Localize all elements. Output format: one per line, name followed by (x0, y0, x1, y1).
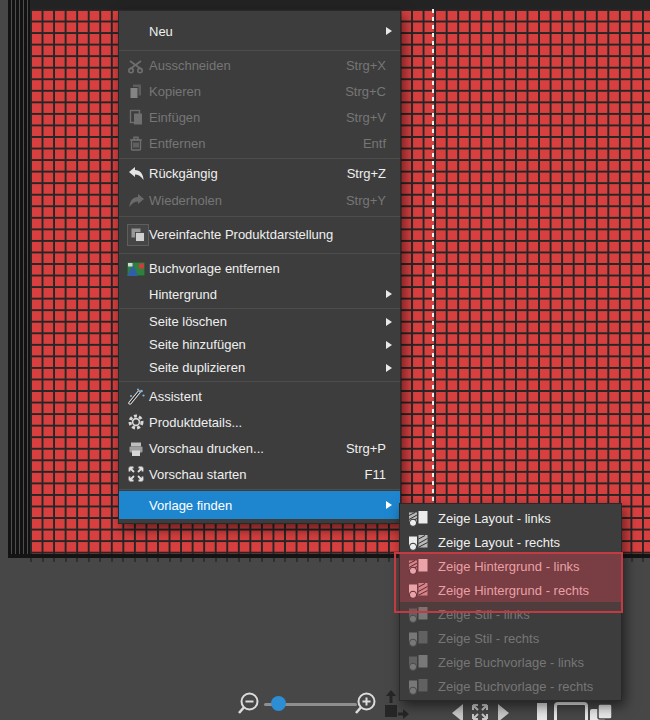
fullscreen-small-icon[interactable] (471, 703, 489, 720)
submenu-item-zeige-buchvorlage-links[interactable]: Zeige Buchvorlage - links (400, 650, 621, 674)
menu-separator (119, 253, 400, 254)
gear-icon (127, 413, 149, 431)
menu-item-einfuegen[interactable]: Einfügen Strg+V (119, 104, 400, 130)
pages-lens-right-gray-icon (408, 678, 438, 695)
menu-item-vorlage-finden[interactable]: Vorlage finden (119, 491, 400, 519)
next-page-icon[interactable] (498, 704, 509, 720)
menu-item-buchvorlage-entfernen[interactable]: Buchvorlage entfernen (119, 255, 400, 282)
menu-separator (119, 308, 400, 309)
menu-item-hintergrund[interactable]: Hintergrund (119, 282, 400, 306)
page-top-edge (8, 0, 650, 9)
menu-item-kopieren[interactable]: Kopieren Strg+C (119, 78, 400, 104)
undo-icon (127, 166, 149, 182)
spread-outline-icon[interactable] (554, 702, 588, 720)
menu-separator (119, 50, 400, 51)
copy-icon (127, 83, 149, 100)
submenu-item-zeige-hintergrund-rechts[interactable]: Zeige Hintergrund - rechts (400, 578, 621, 602)
menu-item-vorschau-starten[interactable]: Vorschau starten F11 (119, 461, 400, 487)
submenu-item-zeige-layout-links[interactable]: Zeige Layout - links (400, 506, 621, 530)
menu-item-neu[interactable]: Neu (119, 14, 400, 48)
pages-lens-right-pink-icon (408, 582, 438, 599)
menu-separator (119, 381, 400, 382)
pages-lens-right-gray-icon (408, 630, 438, 647)
context-menu: Neu Ausschneiden Strg+X Kopieren S (118, 10, 401, 524)
redo-icon (127, 193, 149, 209)
menu-item-vorschau-drucken[interactable]: Vorschau drucken... Strg+P (119, 435, 400, 461)
submenu-arrow-icon (386, 290, 392, 298)
pages-lens-left-gray-icon (408, 654, 438, 671)
submenu-arrow-icon (386, 364, 392, 372)
menu-item-vereinfachte-produktdarstellung[interactable]: Vereinfachte Produktdarstellung (119, 218, 400, 251)
center-fold-dashed-line (432, 9, 434, 554)
submenu-item-zeige-stil-rechts[interactable]: Zeige Stil - rechts (400, 626, 621, 650)
zoom-slider-knob[interactable] (271, 696, 286, 711)
submenu-item-zeige-hintergrund-links[interactable]: Zeige Hintergrund - links (400, 554, 621, 578)
menu-item-seite-loeschen[interactable]: Seite löschen (119, 310, 400, 333)
pages-lens-left-icon (408, 510, 438, 527)
paste-icon (127, 109, 149, 126)
menu-item-wiederholen[interactable]: Wiederholen Strg+Y (119, 187, 400, 214)
menu-item-entfernen[interactable]: Entfernen Entf (119, 130, 400, 156)
menu-item-seite-duplizieren[interactable]: Seite duplizieren (119, 356, 400, 379)
submenu-arrow-icon (386, 318, 392, 326)
pages-lens-right-icon (408, 534, 438, 551)
magic-wand-icon (127, 388, 149, 405)
zoom-in-icon[interactable] (354, 691, 379, 718)
page-stack-edge (8, 0, 30, 554)
simplified-product-view-icon (127, 224, 149, 246)
menu-separator (119, 216, 400, 217)
submenu-arrow-icon (386, 501, 392, 509)
pages-lens-left-pink-icon (408, 558, 438, 575)
app-canvas: Neu Ausschneiden Strg+X Kopieren S (0, 0, 650, 720)
submenu-item-zeige-buchvorlage-rechts[interactable]: Zeige Buchvorlage - rechts (400, 674, 621, 698)
menu-item-assistent[interactable]: Assistent (119, 383, 400, 409)
prev-page-icon[interactable] (452, 704, 463, 720)
zoom-out-icon[interactable] (237, 691, 262, 718)
menu-item-ausschneiden[interactable]: Ausschneiden Strg+X (119, 52, 400, 78)
vorlage-finden-submenu: Zeige Layout - links Zeige Layout - rech… (399, 503, 622, 701)
menu-item-seite-hinzufuegen[interactable]: Seite hinzufügen (119, 333, 400, 356)
submenu-arrow-icon (386, 341, 392, 349)
book-template-image-icon (127, 262, 149, 276)
printer-icon (127, 440, 149, 457)
trash-icon (127, 135, 149, 152)
scissors-icon (127, 57, 149, 74)
pages-lens-left-gray-icon (408, 606, 438, 623)
menu-item-rueckgaengig[interactable]: Rückgängig Strg+Z (119, 160, 400, 187)
submenu-item-zeige-layout-rechts[interactable]: Zeige Layout - rechts (400, 530, 621, 554)
submenu-item-zeige-stil-links[interactable]: Zeige Stil - links (400, 602, 621, 626)
page-thumbnail-icon[interactable] (537, 703, 547, 720)
menu-separator (119, 158, 400, 159)
fullscreen-arrows-icon (127, 465, 149, 483)
menu-item-produktdetails[interactable]: Produktdetails... (119, 409, 400, 435)
submenu-arrow-icon (386, 27, 392, 35)
menu-separator (119, 489, 400, 490)
pages-icon[interactable] (588, 702, 616, 720)
